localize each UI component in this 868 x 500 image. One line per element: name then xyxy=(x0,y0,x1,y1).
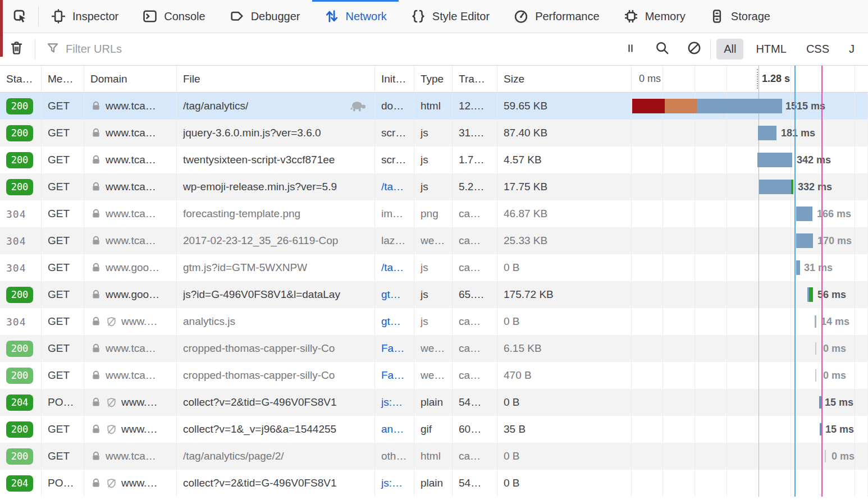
requests-table-header: Sta…Me…DomainFileInit…TypeTra…Size 0 ms … xyxy=(0,66,868,93)
initiator-cell[interactable]: js:… xyxy=(375,389,414,416)
filter-type-css[interactable]: CSS xyxy=(799,39,837,59)
shield-off-icon xyxy=(106,397,117,409)
request-row[interactable]: 304GETwww.tca…forecasting-template.pngim… xyxy=(0,200,868,227)
size-cell: 0 B xyxy=(497,443,632,470)
domain-cell: www.… xyxy=(84,389,177,416)
status-badge: 200 xyxy=(6,125,33,141)
initiator-cell[interactable]: gt… xyxy=(375,281,414,308)
timeline-gridline xyxy=(791,389,791,416)
initiator-cell: scr… xyxy=(375,146,414,173)
initiator-cell[interactable]: /ta… xyxy=(375,254,414,281)
waterfall-cell: 15 ms xyxy=(632,389,868,416)
slow-request-turtle-icon xyxy=(349,100,368,113)
request-row[interactable]: 200GETwww.goo…js?id=G-496V0FS8V1&l=dataL… xyxy=(0,281,868,308)
method-text: GET xyxy=(48,262,70,274)
domain-cell: www.tca… xyxy=(84,362,177,389)
request-row[interactable]: 304GETwww.tca…2017-02-23-12_35_26-6119-C… xyxy=(0,227,868,254)
initiator-cell[interactable]: Fa… xyxy=(375,335,414,362)
tab-style-editor[interactable]: Style Editor xyxy=(399,0,501,33)
clear-requests-button[interactable] xyxy=(0,33,35,65)
transferred-cell: ca… xyxy=(453,308,497,335)
method-text: PO… xyxy=(48,396,74,409)
column-header-domain[interactable]: Domain xyxy=(84,66,177,92)
column-header-transferred[interactable]: Tra… xyxy=(453,66,497,92)
domain-cell: www.tca… xyxy=(84,335,177,362)
column-header-size[interactable]: Size xyxy=(497,66,632,92)
tab-debugger[interactable]: Debugger xyxy=(217,0,312,33)
tab-console[interactable]: Console xyxy=(130,0,217,33)
tab-memory[interactable]: Memory xyxy=(611,0,697,33)
column-header-type[interactable]: Type xyxy=(414,66,453,92)
initiator-cell[interactable]: an… xyxy=(375,416,414,443)
type-cell: plain xyxy=(414,470,453,497)
request-row[interactable]: 200GETwww.tca…wp-emoji-release.min.js?ve… xyxy=(0,173,868,200)
column-header-initiator[interactable]: Init… xyxy=(375,66,414,92)
performance-icon xyxy=(513,8,529,24)
tab-performance[interactable]: Performance xyxy=(501,0,611,33)
initiator-cell[interactable]: js:… xyxy=(375,470,414,497)
request-row[interactable]: 304GETwww.…analytics.jsgt…jsca…0 B14 ms xyxy=(0,308,868,335)
domain-cell: www.tca… xyxy=(84,173,177,200)
timeline-gridline xyxy=(791,227,791,254)
type-cell-text: js xyxy=(421,127,428,139)
filter-type-j[interactable]: J xyxy=(842,39,862,59)
request-row[interactable]: 304GETwww.goo…gtm.js?id=GTM-5WXNPW/ta…js… xyxy=(0,254,868,281)
column-header-status[interactable]: Sta… xyxy=(0,66,42,92)
column-header-file[interactable]: File xyxy=(177,66,375,92)
lock-icon xyxy=(90,208,102,219)
size-cell: 17.75 KB xyxy=(497,173,632,200)
status-cell: 200 xyxy=(0,362,42,389)
filter-type-html[interactable]: HTML xyxy=(748,39,793,59)
initiator-cell[interactable]: Fa… xyxy=(375,362,414,389)
block-requests-button[interactable] xyxy=(678,33,710,65)
transferred-cell-text: 54… xyxy=(459,396,481,409)
type-cell-text: js xyxy=(421,288,428,301)
type-cell-text: we… xyxy=(421,235,445,247)
request-row[interactable]: 204PO…www.…collect?v=2&tid=G-496V0FS8V1j… xyxy=(0,389,868,416)
tab-storage[interactable]: Storage xyxy=(697,0,782,33)
status-cell: 200 xyxy=(0,443,42,470)
column-header-waterfall[interactable]: 0 ms 1.28 s xyxy=(632,66,868,92)
tab-network[interactable]: Network xyxy=(312,0,399,33)
request-row[interactable]: 200GETwww.tca…twentysixteen-script-v3ccf… xyxy=(0,146,868,173)
size-cell-text: 6.15 KB xyxy=(504,342,542,355)
file-text: collect?v=2&tid=G-496V0FS8V1 xyxy=(183,396,337,409)
waterfall-bar-segment xyxy=(632,99,665,113)
request-row[interactable]: 200GETwww.tca…/tag/analytics/page/2/oth…… xyxy=(0,443,868,470)
method-cell: PO… xyxy=(42,389,84,416)
method-text: GET xyxy=(48,235,70,247)
domain-text: www.… xyxy=(121,423,157,435)
size-cell: 87.40 KB xyxy=(497,120,632,146)
domain-text: www.… xyxy=(121,396,157,409)
request-row[interactable]: 204PO…www.…collect?v=2&tid=G-496V0FS8V1j… xyxy=(0,470,868,497)
timeline-gridline xyxy=(727,308,727,335)
type-cell-text: js xyxy=(421,315,428,328)
size-cell: 0 B xyxy=(497,470,632,497)
timeline-gridline xyxy=(823,389,823,416)
pick-element-button[interactable] xyxy=(0,0,38,33)
requests-table-body: 200GETwww.tca…/tag/analytics/do…html12.…… xyxy=(0,93,868,497)
pause-traffic-button[interactable] xyxy=(615,33,646,65)
request-row[interactable]: 200GETwww.tca…jquery-3.6.0.min.js?ver=3.… xyxy=(0,120,868,146)
request-row[interactable]: 200GETwww.…collect?v=1&_v=j96&a=1544255a… xyxy=(0,416,868,443)
request-row[interactable]: 200GETwww.tca…cropped-thomas-capper-sill… xyxy=(0,335,868,362)
type-cell-text: js xyxy=(421,181,428,193)
waterfall-duration-label: 170 ms xyxy=(817,227,852,254)
timeline-gridline xyxy=(855,470,855,497)
initiator-cell: oth… xyxy=(375,443,414,470)
initiator-cell: do… xyxy=(375,93,414,120)
tab-inspector[interactable]: Inspector xyxy=(39,0,130,33)
filter-type-all[interactable]: All xyxy=(716,39,743,59)
type-cell-text: we… xyxy=(421,369,445,382)
request-row[interactable]: 200GETwww.tca…cropped-thomas-capper-sill… xyxy=(0,362,868,389)
initiator-cell[interactable]: gt… xyxy=(375,308,414,335)
initiator-cell[interactable]: /ta… xyxy=(375,173,414,200)
request-row[interactable]: 200GETwww.tca…/tag/analytics/do…html12.…… xyxy=(0,93,868,120)
filter-urls-input[interactable] xyxy=(66,43,615,56)
timeline-gridline xyxy=(791,66,791,92)
file-cell: cropped-thomas-capper-silly-Co xyxy=(177,362,375,389)
search-button[interactable] xyxy=(646,33,678,65)
transferred-cell-text: ca… xyxy=(459,450,481,462)
column-header-method[interactable]: Me… xyxy=(42,66,84,92)
timeline-gridline xyxy=(855,443,855,470)
